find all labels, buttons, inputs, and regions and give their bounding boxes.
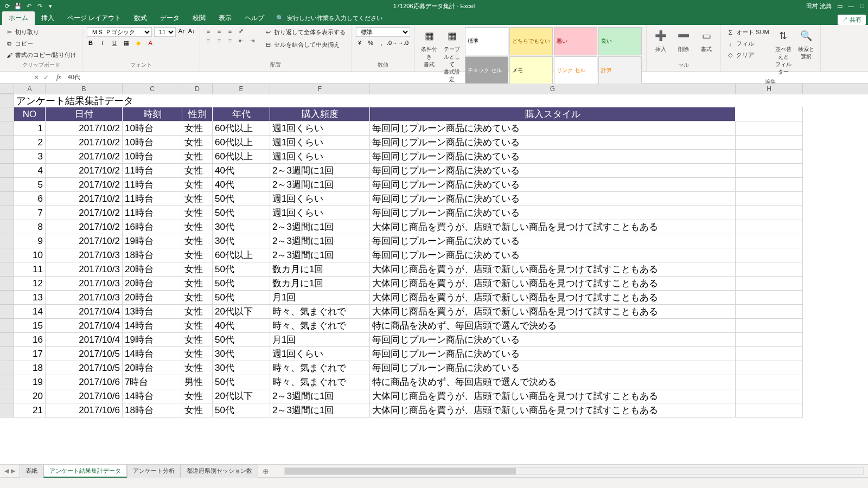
ribbon-tab-3[interactable]: 数式 — [127, 11, 154, 25]
table-cell[interactable]: 2～3週間に1回 — [270, 234, 370, 248]
row-header[interactable] — [0, 403, 14, 418]
indent-decrease-icon[interactable]: ⇤ — [237, 37, 245, 44]
table-cell[interactable]: 女性 — [182, 319, 213, 333]
row-header[interactable] — [0, 178, 14, 192]
table-cell[interactable]: 大体同じ商品を買うが、店頭で新しい商品を見つけて試すこともある — [370, 220, 736, 234]
increase-decimal-icon[interactable]: .0→ — [388, 39, 396, 47]
save-icon[interactable]: 💾 — [14, 2, 22, 10]
ribbon-tab-2[interactable]: ページ レイアウト — [61, 11, 127, 25]
table-cell[interactable]: 女性 — [182, 192, 213, 206]
italic-icon[interactable]: I — [99, 39, 106, 47]
table-cell[interactable]: 大体同じ商品を買うが、店頭で新しい商品を見つけて試すこともある — [370, 277, 736, 291]
table-cell[interactable]: 1 — [14, 121, 46, 136]
table-cell[interactable]: 60代以上 — [213, 121, 270, 136]
table-cell[interactable]: 女性 — [182, 220, 213, 234]
table-cell[interactable]: 21 — [14, 403, 46, 418]
table-cell[interactable]: 14時台 — [123, 347, 182, 361]
table-cell[interactable]: 大体同じ商品を買うが、店頭で新しい商品を見つけて試すこともある — [370, 262, 736, 277]
table-cell[interactable]: 2017/10/3 — [46, 248, 123, 262]
table-cell[interactable]: 毎回同じプルーン商品に決めている — [370, 333, 736, 347]
comma-icon[interactable]: , — [378, 39, 385, 47]
table-cell[interactable]: 2～3週間に1回 — [270, 178, 370, 192]
table-cell[interactable]: 2017/10/6 — [46, 375, 123, 389]
table-cell[interactable]: 6 — [14, 192, 46, 206]
table-cell[interactable]: 14時台 — [123, 319, 182, 333]
table-cell[interactable]: 女性 — [182, 248, 213, 262]
table-cell[interactable]: 女性 — [182, 206, 213, 220]
table-cell[interactable]: 60代以上 — [213, 136, 270, 150]
table-cell[interactable]: 9 — [14, 234, 46, 248]
table-cell[interactable]: 2017/10/3 — [46, 277, 123, 291]
table-cell[interactable]: 10時台 — [123, 136, 182, 150]
align-middle-icon[interactable]: ≡ — [215, 27, 223, 35]
sheet-next-icon[interactable]: ▶ — [11, 467, 15, 474]
table-cell[interactable]: 女性 — [182, 333, 213, 347]
insert-cells-button[interactable]: ➕挿入 — [651, 27, 671, 54]
table-cell[interactable]: 時々、気まぐれで — [270, 375, 370, 389]
cell-style-option[interactable]: 悪い — [554, 27, 597, 55]
table-cell[interactable]: 週1回くらい — [270, 347, 370, 361]
table-cell[interactable]: 2017/10/5 — [46, 347, 123, 361]
row-header[interactable] — [0, 164, 14, 178]
table-header-cell[interactable]: 年代 — [213, 107, 270, 121]
sheet-tab[interactable]: アンケート結果集計データ — [43, 465, 127, 478]
delete-cells-button[interactable]: ➖削除 — [674, 27, 693, 54]
table-cell[interactable]: 女性 — [182, 121, 213, 136]
table-cell[interactable]: 4 — [14, 164, 46, 178]
table-cell[interactable]: 女性 — [182, 136, 213, 150]
column-header[interactable]: A — [14, 84, 46, 94]
table-cell[interactable]: 19時台 — [123, 234, 182, 248]
table-cell[interactable]: 毎回同じプルーン商品に決めている — [370, 164, 736, 178]
table-cell[interactable]: 時々、気まぐれで — [270, 361, 370, 375]
table-cell[interactable]: 毎回同じプルーン商品に決めている — [370, 136, 736, 150]
undo-icon[interactable]: ↶ — [25, 2, 33, 10]
add-sheet-button[interactable]: ⊕ — [258, 467, 273, 476]
table-cell[interactable]: 18 — [14, 361, 46, 375]
row-header[interactable] — [0, 192, 14, 206]
table-cell[interactable] — [736, 248, 803, 262]
table-cell[interactable]: 2017/10/2 — [46, 164, 123, 178]
sheet-prev-icon[interactable]: ◀ — [4, 467, 9, 474]
table-cell[interactable]: 週1回くらい — [270, 121, 370, 136]
row-header[interactable] — [0, 305, 14, 319]
table-cell[interactable] — [736, 220, 803, 234]
table-cell[interactable]: 時々、気まぐれで — [270, 305, 370, 319]
share-button[interactable]: ↗ 共有 — [838, 15, 866, 25]
maximize-icon[interactable]: ☐ — [859, 3, 865, 10]
row-header[interactable] — [0, 150, 14, 164]
sheet-tab[interactable]: 表紙 — [20, 465, 43, 478]
column-header[interactable]: G — [370, 84, 736, 94]
table-cell[interactable] — [736, 333, 803, 347]
cancel-formula-icon[interactable]: ✕ — [34, 74, 39, 81]
table-cell[interactable]: 19 — [14, 375, 46, 389]
autosum-button[interactable]: Σオート SUM — [725, 27, 770, 37]
font-color-icon[interactable]: A — [146, 39, 154, 47]
table-cell[interactable]: 60代以上 — [213, 248, 270, 262]
table-cell[interactable]: 男性 — [182, 375, 213, 389]
ribbon-tab-0[interactable]: ホーム — [2, 11, 35, 25]
table-cell[interactable]: 20時台 — [123, 262, 182, 277]
percent-icon[interactable]: % — [367, 39, 374, 47]
font-size-select[interactable]: 11 — [154, 27, 176, 37]
table-cell[interactable]: 2017/10/2 — [46, 121, 123, 136]
table-cell[interactable]: 2017/10/4 — [46, 319, 123, 333]
border-icon[interactable]: ▦ — [123, 39, 130, 47]
table-cell[interactable]: 10 — [14, 248, 46, 262]
table-cell[interactable]: 12 — [14, 277, 46, 291]
table-cell[interactable]: 50代 — [213, 192, 270, 206]
table-cell[interactable]: 20時台 — [123, 277, 182, 291]
table-cell[interactable]: 2017/10/2 — [46, 192, 123, 206]
ribbon-tab-1[interactable]: 挿入 — [35, 11, 61, 25]
find-select-button[interactable]: 🔍検索と 選択 — [796, 27, 816, 77]
table-cell[interactable]: 11時台 — [123, 206, 182, 220]
table-cell[interactable]: 40代 — [213, 178, 270, 192]
formula-input[interactable]: 40代 — [65, 73, 868, 81]
table-cell[interactable]: 11時台 — [123, 178, 182, 192]
row-header[interactable] — [0, 333, 14, 347]
indent-increase-icon[interactable]: ⇥ — [248, 37, 256, 44]
table-cell[interactable]: 2017/10/2 — [46, 234, 123, 248]
table-cell[interactable] — [736, 361, 803, 375]
table-cell[interactable]: 20時台 — [123, 291, 182, 305]
table-cell[interactable]: 2017/10/4 — [46, 305, 123, 319]
table-cell[interactable]: 2017/10/2 — [46, 150, 123, 164]
